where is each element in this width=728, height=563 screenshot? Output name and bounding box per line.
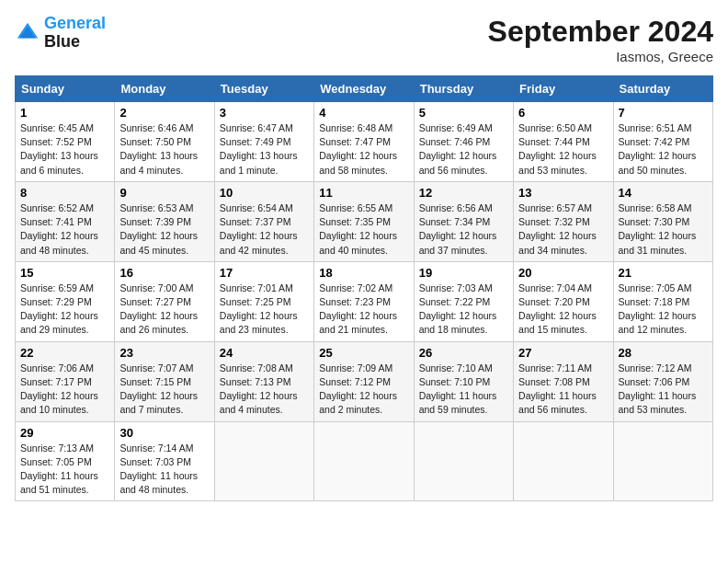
day-info: Sunrise: 6:46 AMSunset: 7:50 PMDaylight:… <box>119 121 209 178</box>
calendar-cell: 23Sunrise: 7:07 AMSunset: 7:15 PMDayligh… <box>115 341 214 421</box>
day-info: Sunrise: 6:54 AMSunset: 7:37 PMDaylight:… <box>220 201 309 258</box>
day-info: Sunrise: 6:47 AMSunset: 7:49 PMDaylight:… <box>220 121 309 178</box>
day-info: Sunrise: 7:03 AMSunset: 7:22 PMDaylight:… <box>419 282 508 338</box>
calendar-cell: 29Sunrise: 7:13 AMSunset: 7:05 PMDayligh… <box>16 421 115 501</box>
calendar-cell: 24Sunrise: 7:08 AMSunset: 7:13 PMDayligh… <box>214 341 313 421</box>
calendar-week-3: 15Sunrise: 6:59 AMSunset: 7:29 PMDayligh… <box>16 261 713 341</box>
day-number: 12 <box>419 186 508 200</box>
day-number: 28 <box>619 346 708 360</box>
header-cell-saturday: Saturday <box>613 76 712 102</box>
day-number: 21 <box>619 266 708 280</box>
day-info: Sunrise: 6:58 AMSunset: 7:30 PMDaylight:… <box>619 201 708 258</box>
day-info: Sunrise: 6:48 AMSunset: 7:47 PMDaylight:… <box>319 121 408 178</box>
day-number: 29 <box>20 426 109 440</box>
calendar-cell: 5Sunrise: 6:49 AMSunset: 7:46 PMDaylight… <box>414 102 513 182</box>
day-info: Sunrise: 7:07 AMSunset: 7:15 PMDaylight:… <box>119 362 209 418</box>
calendar-week-5: 29Sunrise: 7:13 AMSunset: 7:05 PMDayligh… <box>16 421 713 501</box>
calendar-cell: 8Sunrise: 6:52 AMSunset: 7:41 PMDaylight… <box>16 181 115 261</box>
logo-text: GeneralBlue <box>44 15 106 52</box>
logo: GeneralBlue <box>15 15 106 52</box>
calendar-week-4: 22Sunrise: 7:06 AMSunset: 7:17 PMDayligh… <box>16 341 713 421</box>
day-info: Sunrise: 7:11 AMSunset: 7:08 PMDaylight:… <box>518 362 608 418</box>
day-number: 20 <box>518 266 608 280</box>
day-info: Sunrise: 7:10 AMSunset: 7:10 PMDaylight:… <box>419 362 508 418</box>
calendar-cell <box>613 421 712 501</box>
day-info: Sunrise: 6:53 AMSunset: 7:39 PMDaylight:… <box>119 201 209 258</box>
calendar-cell: 30Sunrise: 7:14 AMSunset: 7:03 PMDayligh… <box>115 421 214 501</box>
day-info: Sunrise: 7:12 AMSunset: 7:06 PMDaylight:… <box>619 362 708 418</box>
day-info: Sunrise: 6:55 AMSunset: 7:35 PMDaylight:… <box>319 201 408 258</box>
calendar-table: SundayMondayTuesdayWednesdayThursdayFrid… <box>15 75 713 501</box>
day-info: Sunrise: 6:45 AMSunset: 7:52 PMDaylight:… <box>20 121 109 178</box>
day-number: 14 <box>619 186 708 200</box>
title-block: September 2024 Iasmos, Greece <box>488 15 713 64</box>
day-info: Sunrise: 7:09 AMSunset: 7:12 PMDaylight:… <box>319 362 408 418</box>
calendar-cell: 21Sunrise: 7:05 AMSunset: 7:18 PMDayligh… <box>613 261 712 341</box>
calendar-cell: 20Sunrise: 7:04 AMSunset: 7:20 PMDayligh… <box>514 261 613 341</box>
calendar-cell: 25Sunrise: 7:09 AMSunset: 7:12 PMDayligh… <box>314 341 414 421</box>
day-number: 18 <box>319 266 408 280</box>
day-number: 23 <box>119 346 209 360</box>
day-number: 15 <box>20 266 109 280</box>
day-number: 9 <box>119 186 209 200</box>
calendar-cell: 12Sunrise: 6:56 AMSunset: 7:34 PMDayligh… <box>414 181 513 261</box>
header-cell-thursday: Thursday <box>414 76 513 102</box>
day-info: Sunrise: 6:57 AMSunset: 7:32 PMDaylight:… <box>518 201 608 258</box>
header-cell-tuesday: Tuesday <box>214 76 313 102</box>
calendar-cell: 1Sunrise: 6:45 AMSunset: 7:52 PMDaylight… <box>16 102 115 182</box>
calendar-cell: 13Sunrise: 6:57 AMSunset: 7:32 PMDayligh… <box>514 181 613 261</box>
day-number: 26 <box>419 346 508 360</box>
day-number: 7 <box>619 106 708 120</box>
day-info: Sunrise: 6:49 AMSunset: 7:46 PMDaylight:… <box>419 121 508 178</box>
logo-icon <box>15 20 40 46</box>
day-info: Sunrise: 7:08 AMSunset: 7:13 PMDaylight:… <box>220 362 309 418</box>
calendar-cell <box>514 421 613 501</box>
day-info: Sunrise: 7:06 AMSunset: 7:17 PMDaylight:… <box>20 362 109 418</box>
calendar-cell: 11Sunrise: 6:55 AMSunset: 7:35 PMDayligh… <box>314 181 414 261</box>
header-cell-monday: Monday <box>115 76 214 102</box>
day-number: 19 <box>419 266 508 280</box>
calendar-cell: 16Sunrise: 7:00 AMSunset: 7:27 PMDayligh… <box>115 261 214 341</box>
day-number: 1 <box>20 106 109 120</box>
day-number: 24 <box>220 346 309 360</box>
day-info: Sunrise: 6:59 AMSunset: 7:29 PMDaylight:… <box>20 282 109 338</box>
calendar-week-1: 1Sunrise: 6:45 AMSunset: 7:52 PMDaylight… <box>16 102 713 182</box>
day-number: 25 <box>319 346 408 360</box>
calendar-cell: 6Sunrise: 6:50 AMSunset: 7:44 PMDaylight… <box>514 102 613 182</box>
calendar-cell: 2Sunrise: 6:46 AMSunset: 7:50 PMDaylight… <box>115 102 214 182</box>
calendar-cell: 10Sunrise: 6:54 AMSunset: 7:37 PMDayligh… <box>214 181 313 261</box>
day-number: 27 <box>518 346 608 360</box>
calendar-cell: 4Sunrise: 6:48 AMSunset: 7:47 PMDaylight… <box>314 102 414 182</box>
day-info: Sunrise: 6:52 AMSunset: 7:41 PMDaylight:… <box>20 201 109 258</box>
day-info: Sunrise: 7:14 AMSunset: 7:03 PMDaylight:… <box>119 442 209 498</box>
header-cell-wednesday: Wednesday <box>314 76 414 102</box>
day-info: Sunrise: 7:04 AMSunset: 7:20 PMDaylight:… <box>518 282 608 338</box>
day-info: Sunrise: 6:56 AMSunset: 7:34 PMDaylight:… <box>419 201 508 258</box>
day-number: 16 <box>119 266 209 280</box>
day-number: 8 <box>20 186 109 200</box>
day-info: Sunrise: 7:01 AMSunset: 7:25 PMDaylight:… <box>220 282 309 338</box>
calendar-cell: 9Sunrise: 6:53 AMSunset: 7:39 PMDaylight… <box>115 181 214 261</box>
day-number: 5 <box>419 106 508 120</box>
calendar-cell: 17Sunrise: 7:01 AMSunset: 7:25 PMDayligh… <box>214 261 313 341</box>
day-number: 6 <box>518 106 608 120</box>
calendar-cell: 28Sunrise: 7:12 AMSunset: 7:06 PMDayligh… <box>613 341 712 421</box>
day-number: 3 <box>220 106 309 120</box>
calendar-cell: 14Sunrise: 6:58 AMSunset: 7:30 PMDayligh… <box>613 181 712 261</box>
day-info: Sunrise: 7:05 AMSunset: 7:18 PMDaylight:… <box>619 282 708 338</box>
calendar-cell: 18Sunrise: 7:02 AMSunset: 7:23 PMDayligh… <box>314 261 414 341</box>
calendar-cell: 15Sunrise: 6:59 AMSunset: 7:29 PMDayligh… <box>16 261 115 341</box>
calendar-body: 1Sunrise: 6:45 AMSunset: 7:52 PMDaylight… <box>16 102 713 501</box>
calendar-cell: 27Sunrise: 7:11 AMSunset: 7:08 PMDayligh… <box>514 341 613 421</box>
calendar-cell <box>314 421 414 501</box>
day-number: 30 <box>119 426 209 440</box>
day-number: 17 <box>220 266 309 280</box>
month-title: September 2024 <box>488 15 713 49</box>
calendar-header-row: SundayMondayTuesdayWednesdayThursdayFrid… <box>16 76 713 102</box>
page-header: GeneralBlue September 2024 Iasmos, Greec… <box>15 15 713 64</box>
calendar-cell <box>214 421 313 501</box>
header-cell-friday: Friday <box>514 76 613 102</box>
day-number: 11 <box>319 186 408 200</box>
day-info: Sunrise: 7:13 AMSunset: 7:05 PMDaylight:… <box>20 442 109 498</box>
calendar-cell: 7Sunrise: 6:51 AMSunset: 7:42 PMDaylight… <box>613 102 712 182</box>
